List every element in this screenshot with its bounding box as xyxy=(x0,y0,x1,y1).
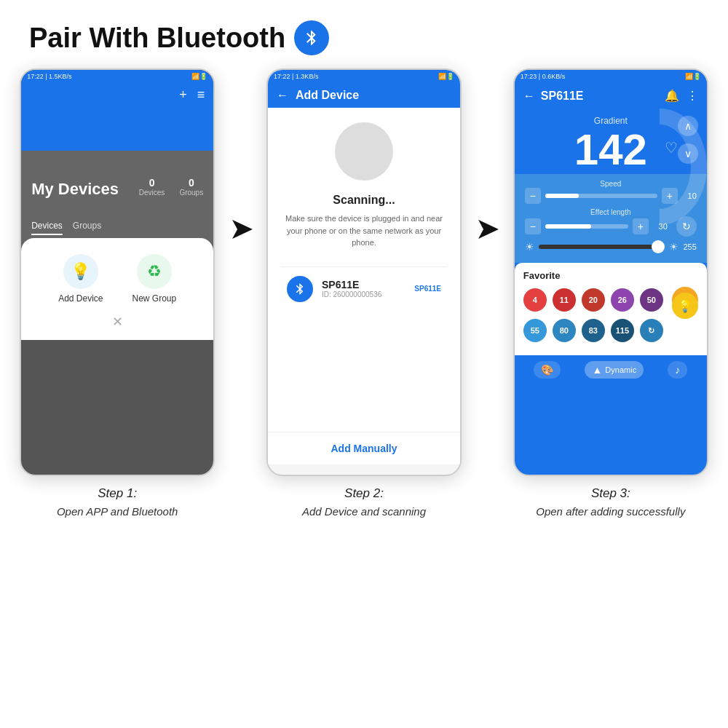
new-group-icon: ♻ xyxy=(137,254,172,289)
fav-chip-20[interactable]: 20 xyxy=(582,288,605,312)
effect-minus-button[interactable]: − xyxy=(525,218,541,234)
step3-status: 17:23 | 0.6KB/s 📶🔋 xyxy=(515,70,707,83)
step2-phone: 17:22 | 1.3KB/s 📶🔋 ← Add Device Scanning… xyxy=(266,68,462,476)
step1-tabs: Devices Groups xyxy=(31,221,203,235)
fav-chip-115[interactable]: 115 xyxy=(611,319,634,342)
scan-desc: Make sure the device is plugged in and n… xyxy=(281,213,447,249)
effect-slider-fill xyxy=(545,224,591,229)
step1-header: + ≡ xyxy=(21,83,213,107)
speed-slider-fill xyxy=(545,194,579,198)
popup-close-button[interactable]: ✕ xyxy=(112,314,123,330)
brightness-low-icon: ☀ xyxy=(525,241,534,253)
step1-desc: Open APP and Bluetooth xyxy=(57,505,178,518)
more-icon[interactable]: ⋮ xyxy=(687,89,698,103)
dynamic-label: Dynamic xyxy=(605,365,636,374)
down-arrow-button[interactable]: ∨ xyxy=(678,143,698,164)
fav-row-2: 55 80 83 115 ↻ xyxy=(523,319,698,342)
fav-chip-83[interactable]: 83 xyxy=(582,319,605,342)
steps-row: 17:22 | 1.5KB/s 📶🔋 + ≡ My Devices 0 Devi… xyxy=(0,68,728,518)
step2-body: Scanning... Make sure the device is plug… xyxy=(268,108,460,464)
step3-phone: 17:23 | 0.6KB/s 📶🔋 ← SP611E 🔔 ⋮ Gradient… xyxy=(513,68,708,476)
add-device-label: Add Device xyxy=(58,293,103,304)
step1-wave xyxy=(21,107,213,151)
device-badge: SP611E xyxy=(414,285,441,293)
favorite-title: Favorite xyxy=(523,270,698,281)
alarm-icon[interactable]: 🔔 xyxy=(665,89,679,103)
effect-slider-bar[interactable] xyxy=(545,224,628,229)
step1-status: 17:22 | 1.5KB/s 📶🔋 xyxy=(21,70,213,83)
step2-container: 17:22 | 1.3KB/s 📶🔋 ← Add Device Scanning… xyxy=(261,68,467,518)
back-icon[interactable]: ← xyxy=(277,89,288,102)
step1-container: 17:22 | 1.5KB/s 📶🔋 + ≡ My Devices 0 Devi… xyxy=(15,68,220,518)
scan-icon xyxy=(335,122,393,181)
heart-icon[interactable]: ♡ xyxy=(665,139,678,157)
up-arrow-button[interactable]: ∧ xyxy=(678,116,698,136)
add-manually-button[interactable]: Add Manually xyxy=(268,432,460,464)
speed-minus-button[interactable]: − xyxy=(525,188,541,204)
step2-header: ← Add Device xyxy=(268,83,460,108)
fav-chip-55[interactable]: 55 xyxy=(523,319,547,342)
device-name: SP611E xyxy=(322,279,405,290)
step3-back-icon[interactable]: ← xyxy=(523,90,535,103)
plus-icon[interactable]: + xyxy=(179,87,187,103)
add-device-icon: 💡 xyxy=(63,254,98,289)
effect-plus-button[interactable]: + xyxy=(633,218,649,234)
fav-chip-4[interactable]: 4 xyxy=(523,288,547,312)
nav-arrows: ∧ ∨ xyxy=(678,116,698,164)
groups-count: 0 Groups xyxy=(179,177,203,197)
device-bluetooth-icon xyxy=(287,276,313,302)
menu-icon[interactable]: ≡ xyxy=(197,87,205,103)
popup-row: 💡 Add Device ♻ New Group xyxy=(58,254,176,304)
fav-light-button[interactable]: 💡 xyxy=(672,293,698,319)
bluetooth-icon xyxy=(294,20,329,55)
device-info: SP611E ID: 260000000536 xyxy=(322,279,405,298)
counts-area: 0 Devices 0 Groups xyxy=(139,177,203,197)
dynamic-icon: ▲ xyxy=(592,364,602,376)
fav-chip-refresh[interactable]: ↻ xyxy=(640,319,663,342)
step3-container: 17:23 | 0.6KB/s 📶🔋 ← SP611E 🔔 ⋮ Gradient… xyxy=(508,68,713,518)
device-id: ID: 260000000536 xyxy=(322,290,405,298)
step3-header-icons: 🔔 ⋮ xyxy=(665,89,698,103)
tab-devices[interactable]: Devices xyxy=(31,221,63,235)
fav-chip-26[interactable]: 26 xyxy=(611,288,634,312)
step3-header-title: SP611E xyxy=(541,90,659,103)
step1-label: Step 1: xyxy=(98,486,137,501)
favorite-section: Favorite 4 11 20 26 50 ✎ 55 80 83 115 ↻ xyxy=(515,263,707,355)
brightness-row: ☀ ☀ 255 xyxy=(525,237,697,257)
scanning-text: Scanning... xyxy=(333,194,395,207)
tab-groups[interactable]: Groups xyxy=(73,221,101,235)
fav-chip-80[interactable]: 80 xyxy=(553,319,576,342)
palette-icon: 🎨 xyxy=(541,364,553,376)
step3-header: ← SP611E 🔔 ⋮ xyxy=(515,83,707,108)
step1-phone: 17:22 | 1.5KB/s 📶🔋 + ≡ My Devices 0 Devi… xyxy=(20,68,215,476)
bottom-tabs: 🎨 ▲ Dynamic ♪ xyxy=(515,355,707,384)
new-group-item[interactable]: ♻ New Group xyxy=(132,254,177,304)
brightness-high-icon: ☀ xyxy=(669,241,678,253)
tab-palette[interactable]: 🎨 xyxy=(534,361,561,379)
brightness-slider[interactable] xyxy=(539,245,665,249)
brightness-value: 255 xyxy=(683,242,696,251)
brightness-thumb xyxy=(652,240,665,253)
step2-label: Step 2: xyxy=(344,486,384,501)
step2-status: 17:22 | 1.3KB/s 📶🔋 xyxy=(268,70,460,83)
step2-desc: Add Device and scanning xyxy=(302,505,426,518)
arrow1: ➤ xyxy=(220,214,261,245)
music-icon: ♪ xyxy=(675,364,680,376)
tab-dynamic[interactable]: ▲ Dynamic xyxy=(585,361,644,379)
device-item[interactable]: SP611E ID: 260000000536 SP611E xyxy=(281,266,447,311)
devices-count: 0 Devices xyxy=(139,177,165,197)
step1-body: My Devices 0 Devices 0 Groups Devices Gr… xyxy=(21,151,213,340)
page-title-section: Pair With Bluetooth xyxy=(0,0,728,68)
arrow2: ➤ xyxy=(467,214,507,245)
speed-slider-bar[interactable] xyxy=(545,194,657,198)
step3-main-body: Gradient 142 ♡ ∧ ∨ xyxy=(515,108,707,174)
new-group-label: New Group xyxy=(132,293,177,304)
page-title: Pair With Bluetooth xyxy=(29,23,285,54)
step3-label: Step 3: xyxy=(591,486,630,501)
tab-music[interactable]: ♪ xyxy=(668,361,687,379)
add-device-header-title: Add Device xyxy=(296,89,359,102)
fav-chip-11[interactable]: 11 xyxy=(553,288,576,312)
add-device-item[interactable]: 💡 Add Device xyxy=(58,254,103,304)
fav-chip-50[interactable]: 50 xyxy=(640,288,663,312)
step3-desc: Open after adding successfully xyxy=(536,505,685,518)
